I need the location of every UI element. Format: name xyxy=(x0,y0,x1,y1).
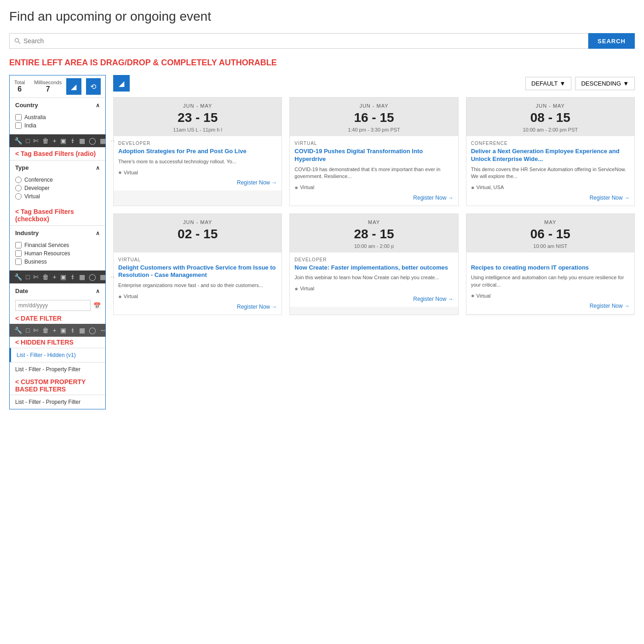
card-4-date-big: 02 - 15 xyxy=(117,227,278,242)
default-sort-button[interactable]: DEFAULT ▼ xyxy=(525,77,571,90)
card-1-type: DEVELOPER xyxy=(118,141,277,146)
fork-icon[interactable]: ⤈ xyxy=(70,137,75,144)
industry-hr-label: Human Resources xyxy=(24,250,70,257)
fork3-icon[interactable]: ⤈ xyxy=(70,327,75,334)
trash2-icon[interactable]: 🗑 xyxy=(42,273,49,281)
type-virtual-radio[interactable] xyxy=(15,193,22,200)
tool3-icon[interactable]: 🔧 xyxy=(14,327,22,334)
card-5-title[interactable]: Now Create: Faster implementations, bett… xyxy=(294,264,453,272)
table2-icon[interactable]: ▦ xyxy=(79,273,85,281)
tool2-icon[interactable]: 🔧 xyxy=(14,273,22,281)
type-conference-radio[interactable] xyxy=(15,177,22,183)
sidebar-filter-property-2[interactable]: List - Filter - Property Filter xyxy=(10,395,105,409)
table-icon[interactable]: ▦ xyxy=(79,137,85,144)
reset-icon-button[interactable]: ⟲ xyxy=(86,78,101,95)
type-virtual-option[interactable]: Virtual xyxy=(15,193,100,200)
card-2-title[interactable]: COVID-19 Pushes Digital Transformation I… xyxy=(294,148,453,163)
trash3-icon[interactable]: 🗑 xyxy=(42,327,49,334)
card-4-type: VIRTUAL xyxy=(118,257,277,262)
date-filter-header[interactable]: Date ∧ xyxy=(10,284,105,298)
default-sort-label: DEFAULT xyxy=(531,80,558,87)
card-3-register[interactable]: Register Now → xyxy=(471,195,630,201)
location-3-text: Virtual, USA xyxy=(477,184,504,190)
main-layout: Total 6 Milliseconds 7 ◢ ⟲ Country ∧ xyxy=(9,75,635,409)
arrows2-icon[interactable]: ↔ xyxy=(109,273,116,281)
arrows-icon[interactable]: ↔ xyxy=(109,137,116,144)
arrows3-icon[interactable]: ↔ xyxy=(100,327,106,334)
card-1-time: 11am US L - 11pm h l xyxy=(117,127,278,132)
plus2-icon[interactable]: + xyxy=(52,273,56,281)
type-filter-body: Conference Developer Virtual xyxy=(10,175,105,205)
card-6-title[interactable]: Recipes to creating modern IT operations xyxy=(471,264,630,272)
trash-icon[interactable]: 🗑 xyxy=(42,137,49,144)
scissors-icon[interactable]: ✄ xyxy=(33,137,39,144)
scissors3-icon[interactable]: ✄ xyxy=(33,327,39,334)
type-filter-header[interactable]: Type ∧ xyxy=(10,161,105,175)
card-3-time: 10:00 am - 2:00 pm PST xyxy=(470,127,631,132)
globe-icon[interactable]: ◯ xyxy=(89,137,96,144)
split-icon[interactable]: ▦ xyxy=(100,137,106,144)
plus3-icon[interactable]: + xyxy=(52,327,56,334)
card-2-date-header: JUN - MAY 16 - 15 1:40 pm - 3:30 pm PST xyxy=(290,98,458,136)
country-india-checkbox[interactable] xyxy=(15,122,22,129)
card-1-desc: There's more to a successful technology … xyxy=(118,158,277,165)
card-1-register[interactable]: Register Now → xyxy=(118,179,277,186)
card-4-register[interactable]: Register Now → xyxy=(118,304,277,310)
plus-icon[interactable]: + xyxy=(52,137,56,144)
type-developer-option[interactable]: Developer xyxy=(15,185,100,191)
event-card-6: MAY 06 - 15 10:00 am NIST Recipes to cre… xyxy=(466,213,635,315)
fork2-icon[interactable]: ⤈ xyxy=(70,273,75,281)
scissors2-icon[interactable]: ✄ xyxy=(33,273,39,281)
card-3-title[interactable]: Deliver a Next Generation Employee Exper… xyxy=(471,148,630,163)
card-3-date-big: 08 - 15 xyxy=(470,110,631,125)
card-2-register[interactable]: Register Now → xyxy=(294,195,453,201)
card-1-title[interactable]: Adoption Strategies for Pre and Post Go … xyxy=(118,148,277,155)
sidebar-filter-property-1[interactable]: List - Filter - Property Filter xyxy=(10,362,105,376)
resize-icon[interactable]: ▣ xyxy=(60,137,66,144)
resize3-icon[interactable]: ▣ xyxy=(60,327,66,334)
card-6-date-range: MAY xyxy=(470,219,631,225)
location-6-text: Virtual xyxy=(477,293,491,299)
filter-icon-button[interactable]: ◢ xyxy=(66,78,81,95)
card-4-title[interactable]: Delight Customers with Proactive Service… xyxy=(118,264,277,280)
country-filter-label: Country xyxy=(15,102,38,109)
content-filter-button[interactable]: ◢ xyxy=(113,75,130,92)
card-1-date-header: JUN - MAY 23 - 15 11am US L - 11pm h l xyxy=(114,98,282,136)
copy-icon[interactable]: □ xyxy=(26,137,29,144)
date-input[interactable] xyxy=(15,300,91,311)
industry-business-option[interactable]: Business xyxy=(15,259,100,265)
industry-filter-header[interactable]: Industry ∧ xyxy=(10,226,105,240)
country-filter-header[interactable]: Country ∧ xyxy=(10,98,105,112)
copy2-icon[interactable]: □ xyxy=(26,273,29,281)
copy3-icon[interactable]: □ xyxy=(26,327,29,334)
industry-financial-option[interactable]: Financial Services xyxy=(15,242,100,248)
sidebar: Total 6 Milliseconds 7 ◢ ⟲ Country ∧ xyxy=(9,75,106,409)
industry-business-checkbox[interactable] xyxy=(15,259,22,265)
search-input[interactable] xyxy=(9,33,588,49)
search-button[interactable]: SEARCH xyxy=(588,33,635,49)
split2-icon[interactable]: ▦ xyxy=(100,273,106,281)
globe3-icon[interactable]: ◯ xyxy=(89,327,96,334)
card-5-register[interactable]: Register Now → xyxy=(294,296,453,302)
country-filter-section: Country ∧ Australia India xyxy=(10,98,105,134)
card-1-body: DEVELOPER Adoption Strategies for Pre an… xyxy=(114,136,282,190)
resize2-icon[interactable]: ▣ xyxy=(60,273,66,281)
calendar-icon[interactable]: 📅 xyxy=(93,302,101,309)
industry-hr-option[interactable]: Human Resources xyxy=(15,250,100,257)
table3-icon[interactable]: ▦ xyxy=(79,327,85,334)
card-6-type xyxy=(471,257,630,262)
card-6-register[interactable]: Register Now → xyxy=(471,303,630,309)
event-card-3: JUN - MAY 08 - 15 10:00 am - 2:00 pm PST… xyxy=(466,97,635,206)
order-sort-button[interactable]: DESCENDING ▼ xyxy=(575,77,635,90)
country-australia-option[interactable]: Australia xyxy=(15,114,100,121)
country-australia-checkbox[interactable] xyxy=(15,114,22,121)
globe2-icon[interactable]: ◯ xyxy=(89,273,96,281)
country-india-option[interactable]: India xyxy=(15,122,100,129)
industry-financial-checkbox[interactable] xyxy=(15,242,22,248)
sidebar-filter-hidden-v1[interactable]: List - Filter - Hidden (v1) xyxy=(10,348,105,362)
type-developer-radio[interactable] xyxy=(15,185,22,191)
card-5-date-range: MAY xyxy=(293,219,454,225)
type-conference-option[interactable]: Conference xyxy=(15,177,100,183)
industry-hr-checkbox[interactable] xyxy=(15,250,22,257)
tool-icon[interactable]: 🔧 xyxy=(14,137,22,144)
